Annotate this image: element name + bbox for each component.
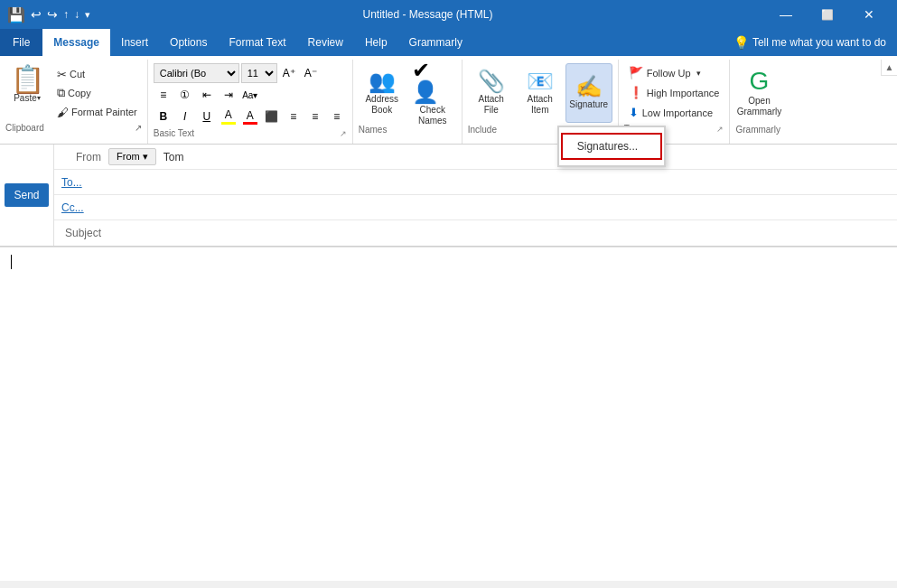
subject-row: Subject — [54, 220, 897, 246]
cc-input[interactable] — [91, 195, 897, 219]
high-importance-button[interactable]: ❗ High Importance — [624, 83, 724, 102]
scissors-icon: ✂ — [57, 68, 67, 81]
arrow-down-icon: ⬇ — [629, 106, 639, 119]
from-row: From From ▾ Tom — [54, 145, 897, 170]
email-body[interactable] — [0, 247, 897, 581]
bullets-button[interactable]: ≡ — [154, 85, 173, 105]
minimize-button[interactable]: — — [765, 0, 807, 29]
indent-increase-button[interactable]: ⇥ — [219, 85, 238, 105]
clipboard-expand-icon[interactable]: ↗ — [135, 123, 142, 133]
align-left-button[interactable]: ⬛ — [262, 107, 282, 126]
grammarly-inner: G Open Grammarly — [735, 63, 782, 123]
down-icon[interactable]: ↓ — [74, 8, 79, 21]
names-label: Names — [359, 123, 456, 136]
cc-button[interactable]: Cc... — [54, 201, 91, 214]
send-button[interactable]: Send — [5, 183, 48, 207]
cc-row: Cc... — [54, 195, 897, 220]
menu-review[interactable]: Review — [297, 29, 354, 56]
restore-button[interactable]: ⬜ — [807, 0, 848, 29]
signature-dropdown: Signatures... — [557, 126, 666, 167]
indent-decrease-button[interactable]: ⇤ — [197, 85, 217, 105]
format-painter-button[interactable]: 🖌 Format Painter — [52, 103, 142, 121]
attach-item-label: Attach Item — [519, 94, 561, 116]
basic-text-group: Calibri (Bo 11 A⁺ A⁻ ≡ ① ⇤ ⇥ Aa▾ B I U — [148, 60, 353, 144]
bold-button[interactable]: B — [154, 107, 173, 126]
attach-file-button[interactable]: 📎 Attach File — [468, 63, 515, 123]
menu-file[interactable]: File — [0, 29, 42, 56]
grammarly-group: G Open Grammarly Grammarly — [730, 60, 788, 144]
from-dropdown-button[interactable]: From ▾ — [108, 148, 156, 165]
highlight-button[interactable]: A — [219, 107, 238, 126]
close-button[interactable]: ✕ — [848, 0, 890, 29]
menu-grammarly[interactable]: Grammarly — [398, 29, 473, 56]
font-grow-button[interactable]: A⁺ — [279, 63, 299, 83]
title-bar: 💾 ↩ ↪ ↑ ↓ ▾ Untitled - Message (HTML) — … — [0, 0, 897, 29]
high-importance-label: High Importance — [647, 88, 720, 98]
names-group: 👥 Address Book ✔👤 Check Names Names — [353, 60, 463, 144]
font-size-select[interactable]: 11 — [241, 63, 277, 83]
window-controls: — ⬜ ✕ — [765, 0, 890, 29]
redo-icon[interactable]: ↪ — [47, 7, 58, 22]
tags-expand-icon[interactable]: ↗ — [716, 125, 724, 134]
address-book-button[interactable]: 👥 Address Book — [359, 63, 406, 123]
open-grammarly-button[interactable]: G Open Grammarly — [735, 63, 782, 123]
attach-file-icon: 📎 — [478, 70, 505, 92]
font-color-bar — [243, 122, 257, 125]
from-value: Tom — [156, 151, 184, 163]
menu-help[interactable]: Help — [354, 29, 398, 56]
check-names-icon: ✔👤 — [412, 60, 453, 103]
font-shrink-button[interactable]: A⁻ — [301, 63, 321, 83]
underline-button[interactable]: U — [197, 107, 217, 126]
signature-icon: ✍ — [575, 76, 603, 98]
copy-icon: ⧉ — [57, 86, 65, 100]
low-importance-label: Low Importance — [642, 107, 713, 118]
format-painter-icon: 🖌 — [57, 106, 69, 119]
menu-options[interactable]: Options — [159, 29, 218, 56]
save-icon[interactable]: 💾 — [7, 6, 25, 23]
signatures-menu-item[interactable]: Signatures... — [561, 133, 662, 160]
basic-text-expand-icon[interactable]: ↗ — [340, 129, 347, 138]
paste-label: Paste▾ — [14, 93, 41, 103]
ribbon-collapse-button[interactable]: ▲ — [881, 60, 897, 76]
copy-button[interactable]: ⧉ Copy — [52, 84, 142, 102]
subject-input[interactable] — [108, 227, 897, 239]
grammarly-icon: G — [750, 69, 770, 94]
font-row2: ≡ ① ⇤ ⇥ Aa▾ — [154, 85, 347, 105]
exclamation-high-icon: ❗ — [629, 86, 643, 99]
paste-button[interactable]: 📋 Paste▾ — [5, 63, 49, 106]
clipboard-small-btns: ✂ Cut ⧉ Copy 🖌 Format Painter — [52, 65, 142, 121]
menu-format-text[interactable]: Format Text — [218, 29, 296, 56]
styles-button[interactable]: Aa▾ — [240, 85, 260, 105]
to-input[interactable] — [89, 170, 897, 194]
grammarly-label: Grammarly — [735, 123, 782, 136]
cut-button[interactable]: ✂ Cut — [52, 65, 142, 83]
signature-label: Signature — [569, 99, 608, 110]
signature-button[interactable]: ✍ Signature Signatures... — [565, 63, 612, 123]
up-icon[interactable]: ↑ — [63, 8, 69, 21]
include-group: 📎 Attach File 📧 Attach Item ✍ Signature … — [463, 60, 619, 144]
ribbon: 📋 Paste▾ ✂ Cut ⧉ Copy 🖌 — [0, 56, 897, 145]
fields-column: From From ▾ Tom To... Cc... Subject — [54, 145, 897, 246]
font-color-button[interactable]: A — [240, 107, 260, 126]
to-button[interactable]: To... — [54, 176, 89, 189]
text-cursor — [11, 255, 12, 269]
menu-message[interactable]: Message — [42, 29, 110, 56]
undo-icon[interactable]: ↩ — [31, 7, 42, 22]
align-right-button[interactable]: ≡ — [305, 107, 325, 126]
attach-item-icon: 📧 — [527, 70, 554, 92]
follow-up-button[interactable]: 🚩 Follow Up ▾ — [624, 63, 724, 82]
follow-up-arrow: ▾ — [696, 69, 701, 78]
italic-button[interactable]: I — [175, 107, 195, 126]
low-importance-button[interactable]: ⬇ Low Importance — [624, 103, 724, 122]
menu-insert[interactable]: Insert — [110, 29, 159, 56]
align-justify-button[interactable]: ≡ — [327, 107, 347, 126]
align-center-button[interactable]: ≡ — [284, 107, 304, 126]
to-row: To... — [54, 170, 897, 195]
tell-me-box[interactable]: 💡 Tell me what you want to do — [723, 32, 897, 53]
attach-item-button[interactable]: 📧 Attach Item — [517, 63, 564, 123]
check-names-button[interactable]: ✔👤 Check Names — [409, 63, 456, 123]
numbering-button[interactable]: ① — [175, 85, 195, 105]
ribbon-wrapper: 📋 Paste▾ ✂ Cut ⧉ Copy 🖌 — [0, 60, 897, 144]
font-family-select[interactable]: Calibri (Bo — [154, 63, 239, 83]
font-row1: Calibri (Bo 11 A⁺ A⁻ — [154, 63, 347, 83]
